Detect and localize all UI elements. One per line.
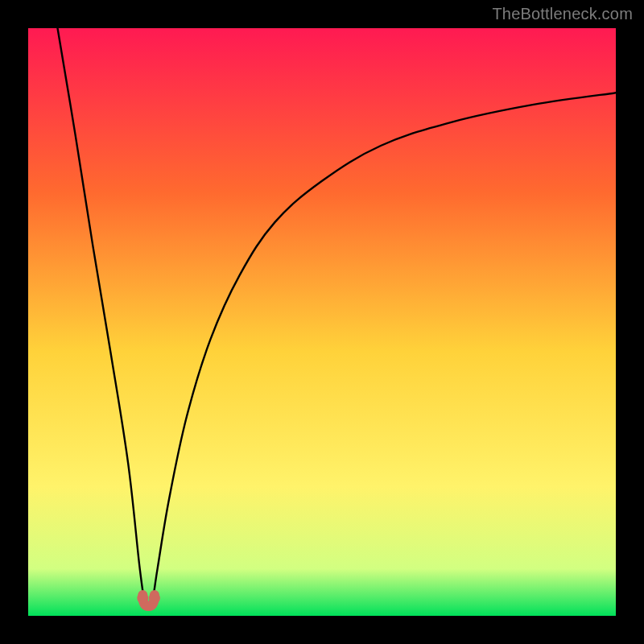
watermark-text: TheBottleneck.com (492, 5, 633, 23)
gradient-background (28, 28, 616, 616)
min-marker-right (149, 592, 160, 604)
min-marker-left (137, 592, 148, 604)
chart-frame: TheBottleneck.com (0, 0, 644, 644)
plot-area (28, 28, 616, 616)
plot-svg (28, 28, 616, 616)
